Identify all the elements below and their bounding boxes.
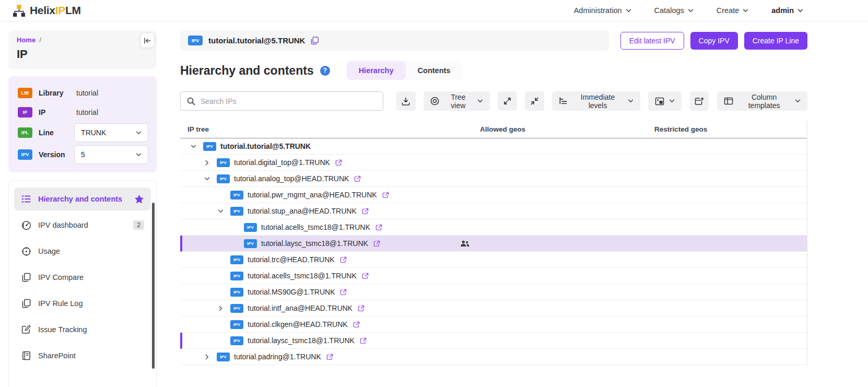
tree-row[interactable]: IPVtutorial.pwr_mgmt_ana@HEAD.TRUNK	[180, 187, 807, 203]
column-templates-label: Column templates	[738, 93, 790, 110]
sidebar-item-usage[interactable]: Usage	[14, 240, 151, 263]
tree-row[interactable]: IPVtutorial.digital_top@1.TRUNK	[180, 155, 807, 171]
download-button[interactable]	[396, 91, 416, 111]
ipv-badge: IPV	[244, 223, 257, 232]
tree-row[interactable]: IPVtutorial.clkgen@HEAD.TRUNK	[180, 316, 807, 333]
line-select[interactable]: TRUNK	[74, 123, 148, 142]
external-link-icon[interactable]	[335, 159, 342, 166]
tree-item-label: tutorial.intf_ana@HEAD.TRUNK	[248, 304, 353, 312]
tree-item-label: tutorial.padring@1.TRUNK	[234, 353, 321, 361]
edit-latest-ipv-button[interactable]: Edit latest IPV	[620, 32, 684, 50]
menu-admin-user[interactable]: admin	[771, 6, 803, 15]
tree-row[interactable]: IPVtutorial.intf_ana@HEAD.TRUNK	[180, 300, 807, 316]
chevron-down-icon	[477, 99, 483, 103]
version-select-value: 5	[81, 150, 85, 159]
tree-item-label: tutorial.acells_tsmc18@1.TRUNK	[261, 223, 370, 231]
tree-view-dropdown[interactable]: Tree view	[424, 91, 490, 111]
help-icon[interactable]: ?	[320, 66, 330, 76]
ipv-badge: IPV	[230, 288, 243, 297]
sidebar-item-ipv-rule-log[interactable]: IPV Rule Log	[14, 292, 151, 315]
sidebar-item-label: Issue Tracking	[38, 325, 144, 334]
menu-administration[interactable]: Administration	[574, 6, 631, 15]
add-column-button[interactable]	[690, 91, 709, 111]
version-select[interactable]: 5	[74, 145, 148, 164]
expand-node-icon[interactable]	[201, 160, 213, 166]
collapse-node-icon[interactable]	[187, 145, 199, 148]
external-link-icon[interactable]	[353, 321, 360, 328]
external-link-icon[interactable]	[354, 175, 361, 182]
chevron-down-icon	[669, 99, 675, 103]
chevron-down-icon	[743, 9, 748, 13]
tree-row[interactable]: IPVtutorial.stup_ana@HEAD.TRUNK	[180, 203, 807, 219]
expand-all-button[interactable]	[498, 91, 517, 111]
tree-row[interactable]: IPVtutorial.laysc_tsmc18@1.TRUNK	[180, 236, 807, 252]
tree-row[interactable]: IPVtutorial.padring@1.TRUNK	[180, 349, 807, 365]
helix-iplm-logo[interactable]: HelixIPLM	[13, 4, 81, 17]
external-link-icon[interactable]	[340, 289, 347, 296]
sidebar-item-hierarchy-and-contents[interactable]: Hierarchy and contents	[14, 187, 151, 210]
collapse-sidebar-button[interactable]	[140, 33, 155, 48]
external-link-icon[interactable]	[340, 256, 347, 263]
sidebar-item-label: IPV Rule Log	[38, 299, 144, 308]
column-templates-dropdown[interactable]: Column templates	[717, 91, 807, 111]
copy-ipv-button[interactable]: Copy IPV	[690, 32, 738, 50]
breadcrumb-card: Home/ IP	[8, 30, 157, 69]
tree-row[interactable]: IPVtutorial.acells_tsmc18@1.TRUNK	[180, 219, 807, 236]
breadcrumb-home-link[interactable]: Home	[17, 36, 36, 44]
sidebar-item-ipv-compare[interactable]: IPV Compare	[14, 266, 151, 289]
collapse-all-button[interactable]	[525, 91, 544, 111]
expand-node-icon[interactable]	[201, 354, 213, 360]
menu-catalogs[interactable]: Catalogs	[654, 6, 694, 15]
chevron-down-icon	[136, 131, 142, 135]
tree-row[interactable]: IPVtutorial.trc@HEAD.TRUNK	[180, 252, 807, 268]
external-link-icon[interactable]	[373, 240, 380, 247]
column-header-restricted-geos[interactable]: Restricted geos	[631, 125, 807, 133]
tree-row[interactable]: IPVtutorial.MS90G@1.TRUNK	[180, 284, 807, 300]
view-tabs: Hierarchy Contents	[347, 61, 463, 80]
tab-contents[interactable]: Contents	[406, 61, 463, 80]
star-icon[interactable]	[134, 194, 144, 204]
external-link-icon[interactable]	[358, 305, 365, 312]
external-link-icon[interactable]	[326, 354, 333, 360]
documents-icon	[21, 273, 31, 282]
current-ipv-title: tutorial.tutorial@5.TRUNK	[208, 36, 305, 45]
ip-badge: IP	[18, 107, 32, 118]
external-link-icon[interactable]	[360, 337, 367, 344]
library-value: tutorial	[76, 89, 98, 97]
tree-row[interactable]: IPVtutorial.analog_top@HEAD.TRUNK	[180, 171, 807, 187]
immediate-levels-dropdown[interactable]: Immediate levels	[552, 91, 640, 111]
create-ip-line-button[interactable]: Create IP Line	[744, 32, 807, 50]
external-link-icon[interactable]	[382, 192, 389, 198]
chevron-down-icon	[628, 99, 634, 103]
ipv-badge: IPV	[18, 149, 32, 160]
ipv-title-bar: IPV tutorial.tutorial@5.TRUNK	[180, 30, 609, 51]
image-icon	[655, 97, 664, 105]
sidebar-item-ipv-dashboard[interactable]: IPV dashboard2	[14, 214, 151, 237]
menu-create[interactable]: Create	[717, 6, 749, 15]
collapse-node-icon[interactable]	[201, 177, 213, 181]
breadcrumb-separator: /	[39, 36, 41, 44]
tree-row[interactable]: IPVtutorial.tutorial@5.TRUNK	[180, 138, 807, 155]
ipv-badge: IPV	[230, 191, 243, 200]
tree-item-label: tutorial.acells_tsmc18@1.TRUNK	[248, 272, 357, 280]
image-export-dropdown[interactable]	[648, 91, 682, 111]
tree-row[interactable]: IPVtutorial.laysc_tsmc18@1.TRUNK	[180, 333, 807, 349]
allowed-geos-cell	[457, 240, 631, 247]
external-link-icon[interactable]	[362, 273, 369, 279]
column-header-ip-tree[interactable]: IP tree	[180, 125, 457, 133]
tree-levels-icon	[559, 97, 568, 105]
tree-row[interactable]: IPVtutorial.acells_tsmc18@1.TRUNK	[180, 268, 807, 284]
collapse-node-icon[interactable]	[215, 209, 226, 213]
search-input[interactable]	[201, 97, 377, 105]
expand-node-icon[interactable]	[215, 306, 226, 311]
ipv-badge: IPV	[230, 304, 243, 313]
external-link-icon[interactable]	[362, 208, 369, 215]
column-header-allowed-geos[interactable]: Allowed geos	[457, 125, 631, 133]
context-row-ip: IP IP tutorial	[18, 102, 148, 122]
tab-hierarchy[interactable]: Hierarchy	[347, 61, 406, 80]
external-link-icon[interactable]	[376, 224, 382, 231]
copy-name-icon[interactable]	[311, 37, 319, 45]
sidebar-item-issue-tracking[interactable]: Issue Tracking	[14, 318, 151, 341]
sidebar-item-sharepoint[interactable]: SharePoint	[14, 344, 151, 367]
sidebar-scrollbar[interactable]	[152, 203, 155, 369]
